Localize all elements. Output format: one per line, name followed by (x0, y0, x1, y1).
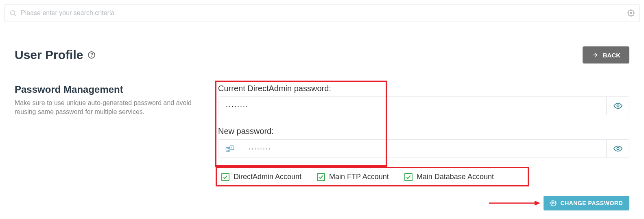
check-icon (223, 174, 228, 180)
new-password-input[interactable] (241, 140, 606, 158)
checkbox-box (404, 173, 413, 181)
svg-point-3 (617, 105, 619, 107)
section-title: Password Management (15, 84, 206, 95)
search-icon (9, 9, 17, 17)
svg-point-5 (227, 148, 227, 149)
current-password-group (218, 96, 629, 115)
svg-point-0 (11, 11, 15, 15)
gear-small-icon (550, 200, 557, 206)
svg-point-10 (231, 147, 232, 148)
page-title: User Profile (15, 48, 83, 62)
checkbox-row: DirectAdmin Account Main FTP Account Mai… (218, 169, 629, 184)
back-arrow-icon (592, 52, 599, 58)
action-row: CHANGE PASSWORD (218, 196, 629, 210)
help-icon[interactable]: ? (88, 51, 95, 59)
check-icon (406, 174, 411, 180)
change-password-label: CHANGE PASSWORD (561, 200, 623, 206)
svg-rect-4 (226, 147, 230, 151)
check-icon (318, 174, 324, 180)
search-bar (4, 4, 640, 22)
toggle-visibility-new[interactable] (606, 140, 629, 158)
svg-marker-13 (535, 201, 540, 206)
content-row: Password Management Make sure to use uni… (4, 84, 640, 210)
new-password-label: New password: (218, 127, 629, 136)
checkbox-box (221, 173, 229, 181)
current-password-label: Current DirectAdmin password: (218, 84, 629, 93)
checkbox-box (317, 173, 325, 181)
current-password-block: Current DirectAdmin password: (218, 84, 629, 115)
svg-point-14 (552, 202, 554, 204)
back-button[interactable]: BACK (583, 46, 629, 64)
page-title-wrap: User Profile ? (15, 48, 95, 62)
back-label: BACK (603, 52, 620, 59)
header-row: User Profile ? BACK (4, 46, 640, 64)
svg-line-1 (14, 14, 15, 15)
checkbox-label: Main FTP Account (329, 173, 389, 181)
new-password-group (218, 139, 629, 158)
svg-point-2 (630, 12, 632, 14)
toggle-visibility-current[interactable] (606, 97, 629, 115)
checkbox-directadmin[interactable]: DirectAdmin Account (221, 173, 301, 181)
new-password-block: New password: (218, 127, 629, 158)
section-desc: Make sure to use unique auto-generated p… (15, 99, 206, 117)
checkbox-label: Main Database Account (417, 173, 494, 181)
svg-point-8 (228, 150, 229, 150)
right-column: Current DirectAdmin password: New passwo… (218, 84, 629, 210)
dice-icon (225, 145, 234, 152)
eye-icon (613, 144, 622, 153)
gear-icon[interactable] (627, 9, 635, 17)
change-password-button[interactable]: CHANGE PASSWORD (544, 196, 629, 210)
svg-point-6 (228, 148, 229, 149)
checkbox-database[interactable]: Main Database Account (404, 173, 494, 181)
search-input[interactable] (21, 9, 627, 17)
current-password-input[interactable] (218, 97, 606, 115)
generate-password-button[interactable] (218, 140, 241, 158)
left-column: Password Management Make sure to use uni… (15, 84, 206, 117)
checkbox-ftp[interactable]: Main FTP Account (317, 173, 389, 181)
checkbox-label: DirectAdmin Account (234, 173, 301, 181)
svg-point-11 (617, 147, 619, 150)
svg-point-7 (227, 150, 227, 150)
eye-icon (613, 101, 622, 110)
annotation-arrow-icon (488, 199, 541, 207)
